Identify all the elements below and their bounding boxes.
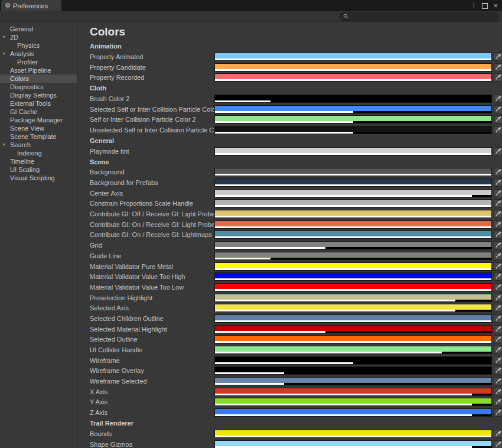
eyedropper-button[interactable]	[494, 272, 502, 281]
search-input[interactable]	[351, 13, 496, 20]
color-swatch[interactable]	[214, 440, 492, 448]
kebab-menu-icon[interactable]: ⋮	[470, 2, 477, 9]
eyedropper-button[interactable]	[494, 335, 502, 343]
color-swatch[interactable]	[214, 189, 492, 197]
color-swatch[interactable]	[214, 408, 492, 417]
eyedropper-button[interactable]	[494, 199, 502, 207]
color-swatch[interactable]	[214, 356, 492, 365]
color-swatch[interactable]	[214, 262, 492, 271]
color-swatch[interactable]	[214, 73, 492, 82]
eyedropper-icon	[496, 295, 501, 301]
sidebar-item-ui-scaling[interactable]: UI Scaling	[0, 165, 77, 174]
sidebar-item-general[interactable]: General	[0, 25, 77, 33]
color-swatch[interactable]	[214, 377, 492, 385]
eyedropper-button[interactable]	[494, 63, 502, 72]
chevron-down-icon[interactable]: ▼	[2, 141, 6, 149]
sidebar-item-gi-cache[interactable]: GI Cache	[0, 108, 77, 116]
sidebar-item-scene-template[interactable]: Scene Template	[0, 132, 77, 141]
color-swatch[interactable]	[214, 53, 492, 61]
eyedropper-button[interactable]	[494, 408, 502, 417]
eyedropper-button[interactable]	[494, 356, 502, 365]
eyedropper-button[interactable]	[494, 53, 502, 61]
sidebar-item-diagnostics[interactable]: Diagnostics	[0, 83, 77, 91]
color-swatch[interactable]	[214, 294, 492, 302]
color-swatch[interactable]	[214, 430, 492, 438]
close-icon[interactable]: ×	[493, 2, 498, 9]
eyedropper-button[interactable]	[494, 147, 502, 155]
eyedropper-button[interactable]	[494, 398, 502, 406]
color-swatch[interactable]	[214, 314, 492, 323]
eyedropper-button[interactable]	[494, 262, 502, 271]
eyedropper-button[interactable]	[494, 168, 502, 176]
eyedropper-button[interactable]	[494, 346, 502, 354]
color-swatch[interactable]	[214, 147, 492, 155]
color-swatch[interactable]	[214, 126, 492, 134]
sidebar-item-2d[interactable]: ▼2D	[0, 33, 77, 41]
color-swatch[interactable]	[214, 325, 492, 333]
eyedropper-button[interactable]	[494, 115, 502, 124]
color-swatch[interactable]	[214, 63, 492, 72]
color-swatch[interactable]	[214, 95, 492, 103]
eyedropper-button[interactable]	[494, 220, 502, 229]
eyedropper-button[interactable]	[494, 105, 502, 113]
eyedropper-button[interactable]	[494, 252, 502, 260]
sidebar-item-colors[interactable]: Colors	[0, 74, 77, 83]
color-swatch[interactable]	[214, 210, 492, 218]
color-swatch[interactable]	[214, 346, 492, 354]
chevron-down-icon[interactable]: ▼	[2, 33, 6, 41]
eyedropper-button[interactable]	[494, 95, 502, 103]
color-swatch[interactable]	[214, 168, 492, 176]
sidebar-item-indexing[interactable]: Indexing	[0, 149, 77, 157]
sidebar-item-external-tools[interactable]: External Tools	[0, 99, 77, 108]
eyedropper-button[interactable]	[494, 294, 502, 302]
sidebar-item-profiler[interactable]: Profiler	[0, 58, 77, 66]
titlebar: ⚙ Preferences ⋮ ×	[0, 0, 502, 11]
sidebar-item-package-manager[interactable]: Package Manager	[0, 116, 77, 124]
color-swatch[interactable]	[214, 335, 492, 343]
sidebar-item-physics[interactable]: Physics	[0, 41, 77, 50]
color-swatch[interactable]	[214, 115, 492, 124]
eyedropper-button[interactable]	[494, 314, 502, 323]
eyedropper-button[interactable]	[494, 210, 502, 218]
eyedropper-button[interactable]	[494, 430, 502, 438]
sidebar-item-timeline[interactable]: Timeline	[0, 157, 77, 165]
eyedropper-button[interactable]	[494, 366, 502, 375]
chevron-down-icon[interactable]: ▼	[2, 50, 6, 58]
color-swatch[interactable]	[214, 241, 492, 249]
color-swatch[interactable]	[214, 283, 492, 291]
sidebar-item-label: Search	[10, 141, 31, 148]
color-swatch[interactable]	[214, 304, 492, 312]
color-label: Brush Color 2	[90, 95, 214, 102]
search-box[interactable]	[340, 12, 499, 21]
color-swatch[interactable]	[214, 220, 492, 229]
color-swatch[interactable]	[214, 231, 492, 239]
eyedropper-button[interactable]	[494, 126, 502, 134]
sidebar-item-display-settings[interactable]: Display Settings	[0, 91, 77, 99]
eyedropper-button[interactable]	[494, 388, 502, 396]
sidebar-item-asset-pipeline[interactable]: Asset Pipeline	[0, 66, 77, 74]
maximize-icon[interactable]	[482, 3, 488, 9]
eyedropper-button[interactable]	[494, 304, 502, 312]
eyedropper-button[interactable]	[494, 241, 502, 249]
eyedropper-button[interactable]	[494, 325, 502, 333]
eyedropper-button[interactable]	[494, 283, 502, 291]
color-swatch[interactable]	[214, 398, 492, 406]
eyedropper-button[interactable]	[494, 73, 502, 82]
color-swatch[interactable]	[214, 366, 492, 375]
color-swatch[interactable]	[214, 252, 492, 260]
window-tab-preferences[interactable]: ⚙ Preferences	[1, 0, 61, 11]
color-swatch[interactable]	[214, 105, 492, 113]
eyedropper-button[interactable]	[494, 440, 502, 448]
sidebar-item-visual-scripting[interactable]: Visual Scripting	[0, 174, 77, 182]
eyedropper-button[interactable]	[494, 231, 502, 239]
sidebar-item-scene-view[interactable]: Scene View	[0, 124, 77, 132]
sidebar-item-analysis[interactable]: ▼Analysis	[0, 50, 77, 58]
eyedropper-button[interactable]	[494, 189, 502, 197]
color-swatch[interactable]	[214, 199, 492, 207]
eyedropper-button[interactable]	[494, 377, 502, 385]
color-swatch[interactable]	[214, 388, 492, 396]
eyedropper-button[interactable]	[494, 178, 502, 187]
sidebar-item-search[interactable]: ▼Search	[0, 141, 77, 149]
color-swatch[interactable]	[214, 178, 492, 187]
color-swatch[interactable]	[214, 272, 492, 281]
